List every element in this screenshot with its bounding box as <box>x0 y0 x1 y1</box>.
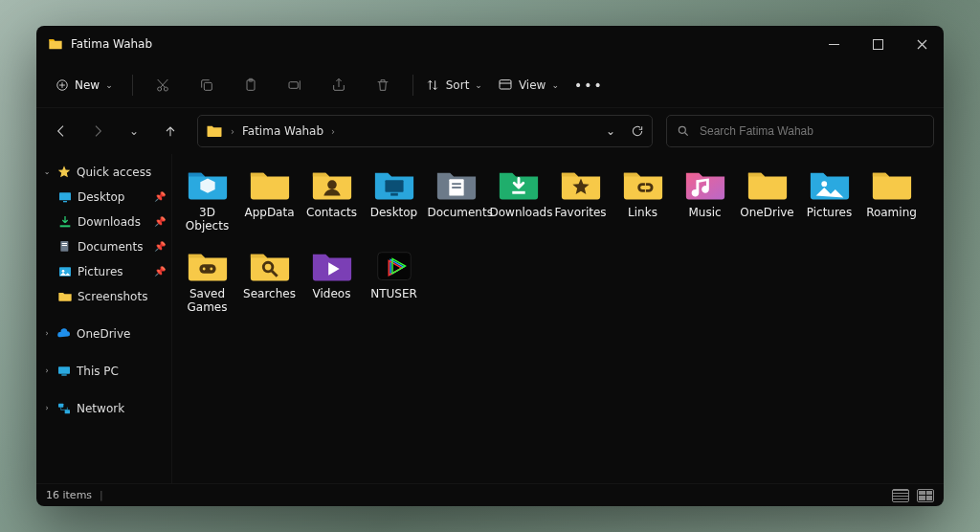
svg-point-18 <box>62 270 65 273</box>
svg-rect-29 <box>512 191 524 194</box>
svg-rect-20 <box>61 374 66 375</box>
file-item-label: Downloads <box>490 206 547 219</box>
breadcrumb[interactable]: › Fatima Wahab › ⌄ <box>197 115 653 147</box>
sidebar-this-pc[interactable]: › This PC <box>36 359 171 383</box>
svg-rect-24 <box>385 180 403 191</box>
file-item-label: Saved Games <box>179 287 236 315</box>
refresh-button[interactable] <box>631 124 644 138</box>
pc-icon <box>56 364 72 379</box>
svg-rect-13 <box>60 225 71 227</box>
file-item[interactable]: Desktop <box>363 166 425 233</box>
forward-button[interactable] <box>82 116 113 146</box>
file-item[interactable]: Documents <box>425 166 487 233</box>
back-button[interactable] <box>46 116 77 146</box>
chevron-right-icon: › <box>42 329 52 338</box>
more-button[interactable]: ••• <box>565 78 613 93</box>
minimize-button[interactable] <box>812 26 856 62</box>
title-bar: Fatima Wahab <box>36 26 944 62</box>
toolbar: New ⌄ Sort ⌄ View ⌄ ••• <box>36 62 944 108</box>
svg-rect-1 <box>873 39 882 49</box>
folder-icon <box>248 166 292 202</box>
nav-row: ⌄ › Fatima Wahab › ⌄ <box>36 108 944 154</box>
sidebar-documents[interactable]: Documents 📌 <box>36 234 171 258</box>
delete-button[interactable] <box>363 70 403 100</box>
file-item[interactable]: Favorites <box>549 166 612 233</box>
network-icon <box>56 401 72 416</box>
svg-point-33 <box>210 267 212 270</box>
sidebar-label: Pictures <box>78 265 149 278</box>
sidebar-pictures[interactable]: Pictures 📌 <box>36 259 171 283</box>
breadcrumb-sep-icon: › <box>331 126 335 137</box>
share-button[interactable] <box>319 70 359 100</box>
search-box[interactable] <box>666 115 934 147</box>
title-folder-icon <box>48 36 63 52</box>
breadcrumb-history-button[interactable]: ⌄ <box>606 124 615 138</box>
breadcrumb-current[interactable]: Fatima Wahab <box>242 124 323 138</box>
file-item[interactable]: Saved Games <box>176 247 238 315</box>
pin-icon: 📌 <box>154 191 166 202</box>
file-item[interactable]: Videos <box>301 247 363 315</box>
file-item[interactable]: OneDrive <box>736 166 798 233</box>
file-item-label: 3D Objects <box>179 206 236 233</box>
details-view-button[interactable] <box>892 489 909 502</box>
folder-icon <box>57 289 73 304</box>
toolbar-divider <box>412 75 413 96</box>
sidebar-network[interactable]: › Network <box>36 396 171 420</box>
file-item[interactable]: Music <box>674 166 736 233</box>
large-icons-view-button[interactable] <box>917 489 934 502</box>
sidebar: ⌄ Quick access Desktop 📌 Downloads 📌 Doc… <box>36 154 172 483</box>
rename-button[interactable] <box>275 70 315 100</box>
toolbar-divider <box>132 75 133 96</box>
pictures-icon <box>808 166 852 202</box>
up-button[interactable] <box>155 116 186 146</box>
savedgames-icon <box>186 247 230 283</box>
view-button[interactable]: View ⌄ <box>496 70 561 100</box>
sort-button[interactable]: Sort ⌄ <box>423 70 484 100</box>
sidebar-screenshots[interactable]: Screenshots <box>36 284 171 308</box>
sidebar-downloads[interactable]: Downloads 📌 <box>36 210 171 233</box>
svg-rect-14 <box>60 241 68 252</box>
file-item[interactable]: Searches <box>238 247 301 315</box>
file-item[interactable]: Contacts <box>301 166 363 233</box>
file-item[interactable]: NTUSER <box>363 247 425 315</box>
file-item[interactable]: Pictures <box>798 166 860 233</box>
cut-button[interactable] <box>143 70 183 100</box>
search-input[interactable] <box>700 124 924 138</box>
sidebar-onedrive[interactable]: › OneDrive <box>36 321 171 345</box>
sidebar-label: Documents <box>78 240 149 254</box>
svg-point-30 <box>821 181 827 187</box>
sidebar-label: OneDrive <box>77 327 166 341</box>
links-icon <box>621 166 665 202</box>
maximize-button[interactable] <box>856 26 900 62</box>
searches-icon <box>248 247 292 283</box>
file-list[interactable]: 3D Objects AppData Contacts Desktop Docu… <box>172 154 944 483</box>
favorites-icon <box>559 166 603 202</box>
file-item[interactable]: Links <box>612 166 674 233</box>
new-button[interactable]: New ⌄ <box>46 70 122 100</box>
svg-point-32 <box>202 267 205 270</box>
sidebar-desktop[interactable]: Desktop 📌 <box>36 185 171 209</box>
file-item-label: AppData <box>244 206 294 219</box>
file-item[interactable]: AppData <box>238 166 301 233</box>
paste-button[interactable] <box>231 70 271 100</box>
chevron-down-icon: ⌄ <box>105 80 113 90</box>
sidebar-label: This PC <box>77 365 166 378</box>
explorer-window: Fatima Wahab New ⌄ Sort ⌄ View ⌄ ••• <box>36 26 944 506</box>
svg-rect-27 <box>452 183 461 185</box>
pin-icon: 📌 <box>154 216 166 227</box>
recent-button[interactable]: ⌄ <box>119 116 149 146</box>
close-button[interactable] <box>900 26 944 62</box>
file-item[interactable]: 3D Objects <box>176 166 238 233</box>
sidebar-label: Desktop <box>78 190 149 204</box>
cloud-icon <box>56 326 72 342</box>
file-item[interactable]: Roaming <box>860 166 923 233</box>
download-icon <box>57 214 73 230</box>
sidebar-quick-access[interactable]: ⌄ Quick access <box>36 160 171 184</box>
file-item-label: Videos <box>313 287 351 300</box>
svg-rect-11 <box>59 192 71 200</box>
sidebar-label: Network <box>77 402 166 415</box>
svg-point-10 <box>679 126 685 133</box>
sidebar-label: Screenshots <box>78 290 166 303</box>
copy-button[interactable] <box>187 70 227 100</box>
file-item[interactable]: Downloads <box>487 166 549 233</box>
